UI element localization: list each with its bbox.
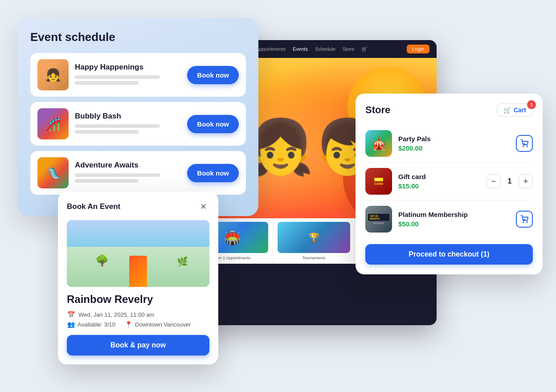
event-info-adventure: Adventure Awaits	[75, 161, 181, 185]
add-party-pals-button[interactable]	[516, 135, 533, 152]
event-thumb-adventure: 🛝	[37, 157, 69, 188]
event-name-happy: Happy Happenings	[75, 63, 181, 72]
skeleton-line-5	[75, 173, 160, 177]
party-pals-price: $200.00	[398, 144, 510, 152]
thumb-tournaments[interactable]: 🏆 Tournaments	[273, 218, 355, 264]
event-item-adventure-awaits: 🛝 Adventure Awaits Book now	[30, 151, 246, 195]
event-item-bubbly-bash: 🎢 Bubbly Bash Book now	[30, 102, 246, 146]
meta-date-row: 📅 Wed, Jan 11, 2025, 11:00 am	[67, 311, 209, 318]
cart-icon-nav[interactable]: 🛒	[361, 46, 368, 52]
interior-ceiling	[67, 220, 209, 247]
event-interior-image: 🌳 🌿	[67, 220, 209, 287]
add-platinum-button[interactable]	[516, 211, 533, 228]
skeleton-line-2	[75, 81, 139, 85]
location-group: 📍 Downtown Vancouver	[124, 321, 191, 328]
vip-badge: VIP 18-MONTH	[368, 214, 389, 221]
tree-icon-2: 🌿	[177, 256, 188, 267]
gift-card-info: Gift card $15.00	[398, 173, 480, 190]
event-info-bubbly: Bubbly Bash	[75, 112, 181, 136]
slide-element	[129, 256, 147, 287]
event-item-happy-happenings: 👧 Happy Happenings Book now	[30, 53, 246, 97]
login-button[interactable]: Login	[407, 45, 429, 53]
event-name-adventure: Adventure Awaits	[75, 161, 181, 170]
tab-store[interactable]: Store	[343, 46, 354, 52]
party-pals-name: Party Pals	[398, 135, 510, 143]
event-thumb-bubbly: 🎢	[37, 108, 69, 139]
svg-point-0	[523, 146, 524, 147]
increment-button[interactable]: +	[519, 174, 533, 188]
book-event-card: Book An Event ✕ 🌳 🌿 Rainbow Revelry 📅 We…	[58, 192, 218, 364]
party-pals-thumb: 🎪	[365, 130, 392, 157]
skeleton-line-1	[75, 75, 160, 79]
svg-point-5	[527, 222, 527, 223]
book-pay-button[interactable]: Book & pay now	[67, 335, 209, 355]
location-icon: 📍	[124, 321, 132, 328]
platinum-thumb: VIP 18-MONTH PACKAGE	[365, 206, 392, 233]
thumb-tournament-img: 🏆	[278, 222, 350, 253]
store-header: Store 🛒 Cart 1	[365, 103, 533, 117]
svg-point-4	[523, 222, 524, 223]
skeleton-line-3	[75, 124, 160, 128]
event-availability: Available: 3/10	[78, 321, 115, 328]
cart-button[interactable]: 🛒 Cart 1	[497, 103, 533, 117]
event-schedule-title: Event schedule	[30, 30, 246, 44]
gift-card-thumb: GIFT CARD	[365, 168, 392, 195]
book-event-header: Book An Event ✕	[67, 200, 209, 213]
store-card: Store 🛒 Cart 1 🎪 Party Pals $200.00 GIFT…	[356, 94, 543, 274]
book-now-adventure[interactable]: Book now	[187, 164, 239, 182]
skeleton-line-6	[75, 179, 139, 183]
tab-schedule[interactable]: Schedule	[315, 46, 335, 52]
calendar-icon: 📅	[67, 311, 75, 318]
store-title: Store	[365, 104, 390, 116]
event-schedule-card: Event schedule 👧 Happy Happenings Book n…	[18, 18, 258, 216]
event-thumb-happy: 👧	[37, 59, 69, 90]
event-name-bubbly: Bubbly Bash	[75, 112, 181, 121]
vip-sub: PACKAGE	[373, 222, 384, 225]
platinum-info: Platinum Membership $50.00	[398, 211, 510, 228]
people-icon: 👥	[67, 321, 75, 328]
skeleton-line-4	[75, 130, 139, 134]
book-now-bubbly[interactable]: Book now	[187, 115, 239, 133]
tab-appointments[interactable]: Appointments	[256, 46, 286, 52]
event-date: Wed, Jan 11, 2025, 11:00 am	[78, 311, 154, 318]
availability-group: 👥 Available: 3/10	[67, 321, 115, 328]
book-now-happy[interactable]: Book now	[187, 66, 239, 84]
quantity-control: − 1 +	[487, 174, 533, 188]
gift-card-price: $15.00	[398, 182, 480, 190]
tab-events[interactable]: Events	[293, 46, 308, 52]
gift-card-sub-text: CARD	[374, 182, 383, 185]
platinum-name: Platinum Membership	[398, 211, 510, 218]
event-info-happy: Happy Happenings	[75, 63, 181, 87]
event-image-large: 🌳 🌿	[67, 220, 209, 287]
checkout-button[interactable]: Proceed to checkout (1)	[365, 244, 533, 265]
cart-label: Cart	[514, 106, 526, 114]
party-pals-emoji: 🎪	[371, 136, 387, 151]
book-event-title: Book An Event	[67, 202, 120, 211]
decrement-button[interactable]: −	[487, 174, 501, 188]
store-item-gift-card: GIFT CARD Gift card $15.00 − 1 +	[365, 163, 533, 200]
gift-card-label-text: GIFT	[374, 178, 383, 181]
event-rainbow-title: Rainbow Revelry	[67, 293, 209, 306]
interior-floor: 🌳 🌿	[67, 247, 209, 287]
meta-info-row: 👥 Available: 3/10 📍 Downtown Vancouver	[67, 321, 209, 328]
book-event-meta: 📅 Wed, Jan 11, 2025, 11:00 am 👥 Availabl…	[67, 311, 209, 328]
cart-badge: 1	[527, 100, 536, 109]
store-item-party-pals: 🎪 Party Pals $200.00	[365, 125, 533, 163]
event-location: Downtown Vancouver	[135, 321, 191, 328]
thumb-tournaments-label: Tournaments	[278, 256, 350, 260]
platinum-price: $50.00	[398, 220, 510, 228]
quantity-value: 1	[505, 177, 514, 185]
svg-point-1	[527, 146, 527, 147]
cart-icon: 🛒	[503, 106, 511, 114]
close-button[interactable]: ✕	[197, 200, 209, 213]
store-item-platinum: VIP 18-MONTH PACKAGE Platinum Membership…	[365, 200, 533, 238]
party-pals-info: Party Pals $200.00	[398, 135, 510, 152]
gift-card-name: Gift card	[398, 173, 480, 180]
tree-icon-1: 🌳	[95, 254, 109, 267]
